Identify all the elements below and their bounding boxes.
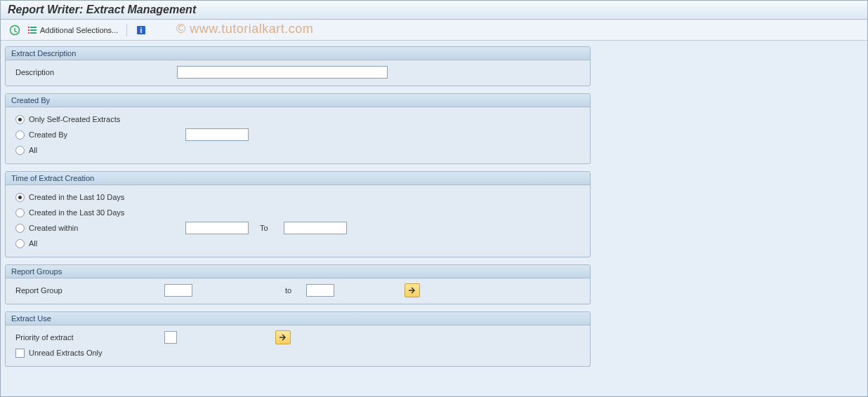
radio-last30[interactable] bbox=[15, 208, 25, 217]
group-header: Extract Use bbox=[6, 312, 590, 325]
svg-rect-6 bbox=[30, 32, 37, 34]
watermark: © www.tutorialkart.com bbox=[176, 22, 313, 36]
unread-extracts-checkbox[interactable] bbox=[15, 349, 25, 358]
svg-rect-1 bbox=[28, 27, 29, 28]
info-icon[interactable]: i bbox=[134, 23, 148, 37]
radio-self-created-label: Only Self-Created Extracts bbox=[29, 115, 120, 123]
radio-within[interactable] bbox=[15, 224, 25, 233]
group-time-creation: Time of Extract Creation Created in the … bbox=[5, 171, 591, 257]
priority-label: Priority of extract bbox=[15, 333, 164, 342]
multiple-selection-button[interactable] bbox=[275, 330, 291, 344]
report-group-label: Report Group bbox=[15, 286, 164, 295]
radio-created-by-label: Created By bbox=[29, 130, 185, 139]
arrow-right-icon bbox=[279, 334, 287, 341]
to-label: To bbox=[249, 224, 284, 232]
priority-input[interactable] bbox=[164, 331, 177, 344]
created-within-from-input[interactable] bbox=[185, 222, 249, 234]
radio-last30-label: Created in the Last 30 Days bbox=[29, 208, 124, 217]
multiple-selection-button[interactable] bbox=[405, 283, 420, 297]
group-extract-use: Extract Use Priority of extract Unread E… bbox=[5, 311, 591, 367]
radio-self-created[interactable] bbox=[15, 115, 25, 124]
group-extract-description: Extract Description Description bbox=[5, 46, 591, 86]
toolbar-separator bbox=[126, 24, 127, 36]
description-label: Description bbox=[15, 68, 177, 76]
svg-rect-5 bbox=[28, 32, 29, 34]
radio-created-all-label: All bbox=[29, 146, 37, 154]
group-report-groups: Report Groups Report Group to bbox=[5, 264, 591, 304]
created-within-to-input[interactable] bbox=[284, 222, 347, 234]
group-header: Created By bbox=[6, 94, 590, 107]
radio-last10[interactable] bbox=[15, 193, 25, 202]
title-bar: Report Writer: Extract Management bbox=[1, 1, 867, 20]
report-group-to-input[interactable] bbox=[306, 284, 334, 297]
page-title: Report Writer: Extract Management bbox=[8, 4, 860, 16]
content-area: Extract Description Description Created … bbox=[1, 41, 867, 379]
additional-selections-label: Additional Selections... bbox=[40, 26, 118, 34]
svg-rect-2 bbox=[30, 27, 37, 28]
execute-icon[interactable] bbox=[8, 23, 22, 37]
description-input[interactable] bbox=[177, 66, 388, 79]
to-label: to bbox=[285, 286, 306, 295]
radio-time-all[interactable] bbox=[15, 239, 25, 248]
radio-time-all-label: All bbox=[29, 239, 37, 248]
toolbar: Additional Selections... i © www.tutoria… bbox=[1, 20, 867, 41]
unread-extracts-label: Unread Extracts Only bbox=[29, 349, 103, 357]
radio-within-label: Created within bbox=[29, 224, 185, 232]
svg-rect-4 bbox=[30, 29, 37, 31]
app-window: Report Writer: Extract Management Additi… bbox=[0, 0, 868, 397]
radio-created-all[interactable] bbox=[15, 146, 25, 155]
additional-selections-button[interactable]: Additional Selections... bbox=[26, 25, 119, 35]
group-header: Report Groups bbox=[6, 265, 590, 278]
radio-created-by[interactable] bbox=[15, 130, 25, 140]
radio-last10-label: Created in the Last 10 Days bbox=[29, 193, 124, 201]
group-header: Extract Description bbox=[6, 47, 590, 60]
svg-rect-3 bbox=[28, 29, 29, 31]
arrow-right-icon bbox=[408, 287, 416, 294]
list-icon bbox=[27, 25, 37, 35]
created-by-input[interactable] bbox=[185, 128, 249, 141]
svg-text:i: i bbox=[140, 27, 143, 34]
group-header: Time of Extract Creation bbox=[6, 172, 590, 185]
group-created-by: Created By Only Self-Created Extracts Cr… bbox=[5, 93, 591, 164]
report-group-from-input[interactable] bbox=[164, 284, 192, 297]
